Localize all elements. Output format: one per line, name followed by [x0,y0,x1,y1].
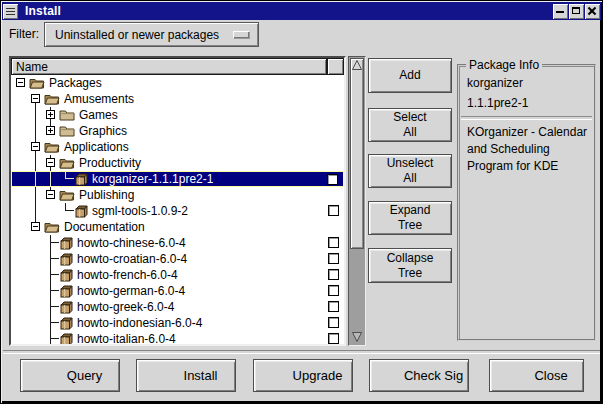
row-checkbox[interactable] [328,285,339,296]
package-icon [74,205,88,218]
tree-row-label: Productivity [79,156,141,170]
row-checkbox[interactable] [328,301,339,312]
filter-value: Uninstalled or newer packages [55,28,233,42]
upgrade-button[interactable]: Upgrade [253,359,353,392]
check-sig-button-label: Check Sig [404,368,463,383]
package-icon [59,333,73,346]
select-all-button[interactable]: Select All [368,108,452,142]
minimize-button[interactable] [553,4,568,19]
add-button[interactable]: Add [368,58,452,93]
tree-row[interactable]: howto-croatian-6.0-4 [11,251,344,267]
row-checkbox[interactable] [328,269,339,280]
check-sig-button[interactable]: Check Sig [369,359,469,392]
folder-closed-icon [59,109,75,121]
install-button[interactable]: Install [136,359,236,392]
tree-row[interactable]: Applications [11,139,344,155]
tree-row[interactable]: Packages [11,75,344,91]
close-button[interactable]: Close [489,359,584,392]
column-header-name[interactable]: Name [11,58,327,75]
tree-row[interactable]: korganizer-1.1.1pre2-1 [11,171,344,187]
tree-row[interactable]: sgml-tools-1.0.9-2 [11,203,344,219]
tree-row[interactable]: Graphics [11,123,344,139]
package-icon [59,269,73,282]
tree-row-label: korganizer-1.1.1pre2-1 [92,172,213,186]
closex-icon [505,366,525,386]
tree-row-label: howto-french-6.0-4 [77,268,178,282]
tree-row[interactable]: howto-greek-6.0-4 [11,299,344,315]
install-icon [155,366,175,386]
tree-scrollbar[interactable] [348,56,366,346]
expander-icon[interactable] [46,190,55,199]
scrollbar-thumb[interactable] [350,58,364,249]
package-icon [59,301,73,314]
expander-icon[interactable] [31,94,40,103]
tree-row[interactable]: howto-italian-6.0-4 [11,331,344,346]
package-icon [59,285,73,298]
titlebar[interactable]: Install [2,2,601,20]
collapse-tree-button[interactable]: Collapse Tree [368,248,452,283]
tree-row[interactable]: Games [11,107,344,123]
tree-row[interactable]: Documentation [11,219,344,235]
bottom-separator [3,350,600,354]
unselect-all-button[interactable]: Unselect All [368,154,452,188]
titlebar-controls [553,4,601,19]
tree-row-label: sgml-tools-1.0.9-2 [92,204,188,218]
package-info-separator [461,116,592,120]
row-checkbox[interactable] [328,205,339,216]
folder-open-icon [29,77,45,89]
install-window: Install Filter: Uninstalled or newer pac… [0,0,603,404]
window-title: Install [25,4,553,18]
query-button[interactable]: Query [20,359,120,392]
tree-row[interactable]: howto-chinese-6.0-4 [11,235,344,251]
package-icon [59,253,73,266]
tree-row[interactable]: Publishing [11,187,344,203]
package-description: KOrganizer - Calendar and Scheduling Pro… [467,124,591,175]
scroll-up-icon[interactable] [351,59,363,71]
close-button-label: Close [534,368,567,383]
expander-icon[interactable] [46,110,55,119]
folder-open-icon [44,141,60,153]
package-icon [59,317,73,330]
tree-row-label: howto-croatian-6.0-4 [77,252,187,266]
tree-row[interactable]: howto-indonesian-6.0-4 [11,315,344,331]
tree-row-label: Publishing [79,188,134,202]
expander-icon[interactable] [16,78,25,87]
tree-row-label: Graphics [79,124,127,138]
tree-row-label: Games [79,108,118,122]
window-menu-icon[interactable] [3,4,18,19]
package-name: korganizer [467,76,523,90]
tree-row-label: howto-chinese-6.0-4 [77,236,186,250]
filter-label: Filter: [9,27,39,41]
tree-row[interactable]: howto-french-6.0-4 [11,267,344,283]
package-icon [59,237,73,250]
package-tree: Name PackagesAmusementsGamesGraphicsAppl… [9,56,346,346]
folder-open-icon [59,157,75,169]
dropdown-indicator-icon [233,31,249,38]
maximize-button[interactable] [569,4,584,19]
upgrade-icon [264,366,284,386]
row-checkbox[interactable] [328,253,339,264]
row-checkbox[interactable] [328,237,339,248]
row-checkbox[interactable] [327,174,338,185]
expander-icon[interactable] [31,142,40,151]
expand-tree-button[interactable]: Expand Tree [368,201,452,235]
folder-open-icon [44,93,60,105]
tree-row[interactable]: Amusements [11,91,344,107]
package-icon [74,173,88,186]
tree-row[interactable]: Productivity [11,155,344,171]
maximize-glyph-icon [572,7,580,14]
column-header-stub[interactable] [327,58,344,75]
close-button[interactable] [585,4,600,19]
package-info-panel: Package Info korganizer 1.1.1pre2-1 KOrg… [457,64,596,341]
filter-dropdown[interactable]: Uninstalled or newer packages [44,22,259,47]
expander-icon[interactable] [46,158,55,167]
tree-row[interactable]: howto-german-6.0-4 [11,283,344,299]
expander-icon[interactable] [31,222,40,231]
row-checkbox[interactable] [328,317,339,328]
row-checkbox[interactable] [328,333,339,344]
tree-rows: PackagesAmusementsGamesGraphicsApplicati… [11,75,344,346]
package-version: 1.1.1pre2-1 [467,96,528,110]
expander-icon[interactable] [46,126,55,135]
tree-row-label: Amusements [64,92,134,106]
scroll-down-icon[interactable] [351,331,363,343]
